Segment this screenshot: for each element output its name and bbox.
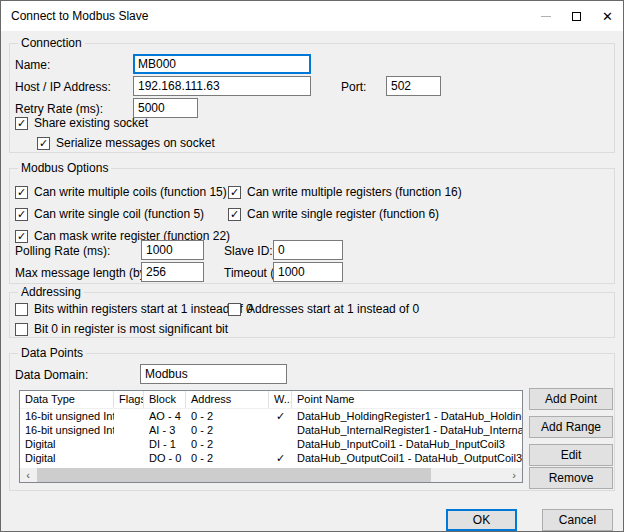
maximize-icon xyxy=(572,12,581,21)
header-flags[interactable]: Flags xyxy=(114,391,144,408)
table-row[interactable]: Digital DO - 0 0 - 2 ✓ DataHub_OutputCoi… xyxy=(20,451,522,465)
name-input[interactable] xyxy=(133,54,311,74)
cell-point-name: DataHub_InputCoil1 - DataHub_InputCoil3 xyxy=(292,437,522,451)
checkbox-box: ✓ xyxy=(228,186,241,199)
data-points-list[interactable]: Data Type Flags Block Address W... Point… xyxy=(19,390,523,483)
can-write-multiple-registers-checkbox[interactable]: ✓ Can write multiple registers (function… xyxy=(228,185,462,199)
host-input[interactable] xyxy=(133,76,311,96)
header-data-type[interactable]: Data Type xyxy=(20,391,114,408)
addressing-group-label: Addressing xyxy=(18,285,84,299)
checkbox-box: ✓ xyxy=(37,137,50,150)
horizontal-scrollbar[interactable]: ‹ › xyxy=(20,468,522,482)
checkbox-label: Addresses start at 1 instead of 0 xyxy=(247,302,419,316)
port-input[interactable] xyxy=(386,76,441,96)
scrollbar-thumb[interactable] xyxy=(37,468,431,482)
bits-start-at-1-checkbox[interactable]: Bits within registers start at 1 instead… xyxy=(15,302,253,316)
can-write-single-coil-checkbox[interactable]: ✓ Can write single coil (function 5) xyxy=(15,207,204,221)
share-existing-socket-checkbox[interactable]: ✓ Share existing socket xyxy=(15,116,148,130)
cell-point-name: DataHub_HoldingRegister1 - DataHub_Holdi… xyxy=(292,409,522,423)
checkbox-box: ✓ xyxy=(228,208,241,221)
data-points-group-label: Data Points xyxy=(18,346,86,360)
data-domain-input[interactable] xyxy=(140,364,287,384)
polling-rate-input[interactable] xyxy=(141,240,204,260)
max-message-length-input[interactable] xyxy=(141,262,204,282)
addresses-start-at-1-checkbox[interactable]: Addresses start at 1 instead of 0 xyxy=(228,302,419,316)
checkbox-label: Bit 0 in register is most significant bi… xyxy=(34,322,228,336)
can-write-single-register-checkbox[interactable]: ✓ Can write single register (function 6) xyxy=(228,207,439,221)
checkbox-label: Serialize messages on socket xyxy=(56,136,215,150)
header-block[interactable]: Block xyxy=(144,391,186,408)
table-row[interactable]: 16-bit unsigned Integer AO - 4 0 - 2 ✓ D… xyxy=(20,409,522,423)
checkbox-label: Can write single coil (function 5) xyxy=(34,207,204,221)
cancel-button[interactable]: Cancel xyxy=(542,509,613,531)
cell-flags xyxy=(114,423,144,437)
cell-address: 0 - 2 xyxy=(186,451,269,465)
cell-writable-check xyxy=(269,423,292,437)
close-icon: ✕ xyxy=(602,10,613,23)
cell-writable-check: ✓ xyxy=(269,451,292,465)
remove-button[interactable]: Remove xyxy=(529,467,613,489)
close-button[interactable]: ✕ xyxy=(592,1,623,31)
caption-buttons: ✕ xyxy=(530,1,623,31)
slave-id-input[interactable] xyxy=(273,240,343,260)
scroll-left-icon[interactable]: ‹ xyxy=(20,468,36,482)
cell-block: AO - 4 xyxy=(144,409,186,423)
cell-data-type: Digital xyxy=(20,437,114,451)
checkbox-box xyxy=(15,323,28,336)
dialog-connect-to-modbus-slave: Connect to Modbus Slave ✕ Connection Nam… xyxy=(0,0,624,532)
scroll-right-icon[interactable]: › xyxy=(506,468,522,482)
cell-address: 0 - 2 xyxy=(186,423,269,437)
checkbox-box: ✓ xyxy=(15,117,28,130)
checkbox-box: ✓ xyxy=(15,186,28,199)
checkbox-box: ✓ xyxy=(15,208,28,221)
minimize-icon xyxy=(541,16,551,17)
header-address[interactable]: Address xyxy=(186,391,269,408)
checkbox-label: Bits within registers start at 1 instead… xyxy=(34,302,253,316)
checkbox-box xyxy=(15,303,28,316)
data-domain-label: Data Domain: xyxy=(15,368,88,382)
cell-flags xyxy=(114,409,144,423)
checkbox-label: Can write single register (function 6) xyxy=(247,207,439,221)
cell-point-name: DataHub_OutputCoil1 - DataHub_OutputCoil… xyxy=(292,451,522,465)
name-label: Name: xyxy=(15,58,50,72)
cell-data-type: 16-bit unsigned Integer xyxy=(20,409,114,423)
header-writable[interactable]: W... xyxy=(269,391,292,408)
polling-rate-label: Polling Rate (ms): xyxy=(15,244,110,258)
titlebar: Connect to Modbus Slave ✕ xyxy=(1,1,623,31)
retry-rate-input[interactable] xyxy=(133,98,198,118)
cell-block: DO - 0 xyxy=(144,451,186,465)
checkbox-label: Can write multiple coils (function 15) xyxy=(34,185,227,199)
table-row[interactable]: Digital DI - 1 0 - 2 DataHub_InputCoil1 … xyxy=(20,437,522,451)
bit0-most-significant-checkbox[interactable]: Bit 0 in register is most significant bi… xyxy=(15,322,228,336)
checkbox-label: Share existing socket xyxy=(34,116,148,130)
maximize-button[interactable] xyxy=(561,1,592,31)
cell-data-type: Digital xyxy=(20,451,114,465)
cell-point-name: DataHub_InternalRegister1 - DataHub_Inte… xyxy=(292,423,522,437)
port-label: Port: xyxy=(341,80,366,94)
modbus-options-group-label: Modbus Options xyxy=(18,161,111,175)
header-point-name[interactable]: Point Name xyxy=(292,391,522,408)
minimize-button xyxy=(530,1,561,31)
ok-button[interactable]: OK xyxy=(446,509,517,531)
add-point-button[interactable]: Add Point xyxy=(529,388,613,410)
timeout-input[interactable] xyxy=(273,262,343,282)
can-write-multiple-coils-checkbox[interactable]: ✓ Can write multiple coils (function 15) xyxy=(15,185,227,199)
cell-block: DI - 1 xyxy=(144,437,186,451)
table-row[interactable]: 16-bit unsigned Integer AI - 3 0 - 2 Dat… xyxy=(20,423,522,437)
host-label: Host / IP Address: xyxy=(15,80,111,94)
connection-group-label: Connection xyxy=(18,36,85,50)
add-range-button[interactable]: Add Range xyxy=(529,416,613,438)
cell-address: 0 - 2 xyxy=(186,409,269,423)
serialize-messages-checkbox[interactable]: ✓ Serialize messages on socket xyxy=(37,136,215,150)
cell-writable-check xyxy=(269,437,292,451)
checkbox-label: Can write multiple registers (function 1… xyxy=(247,185,462,199)
list-header: Data Type Flags Block Address W... Point… xyxy=(20,391,522,409)
cell-flags xyxy=(114,437,144,451)
window-title: Connect to Modbus Slave xyxy=(1,9,148,23)
slave-id-label: Slave ID: xyxy=(224,244,273,258)
cell-flags xyxy=(114,451,144,465)
cell-block: AI - 3 xyxy=(144,423,186,437)
cell-writable-check: ✓ xyxy=(269,409,292,423)
cell-data-type: 16-bit unsigned Integer xyxy=(20,423,114,437)
edit-button[interactable]: Edit xyxy=(529,444,613,466)
